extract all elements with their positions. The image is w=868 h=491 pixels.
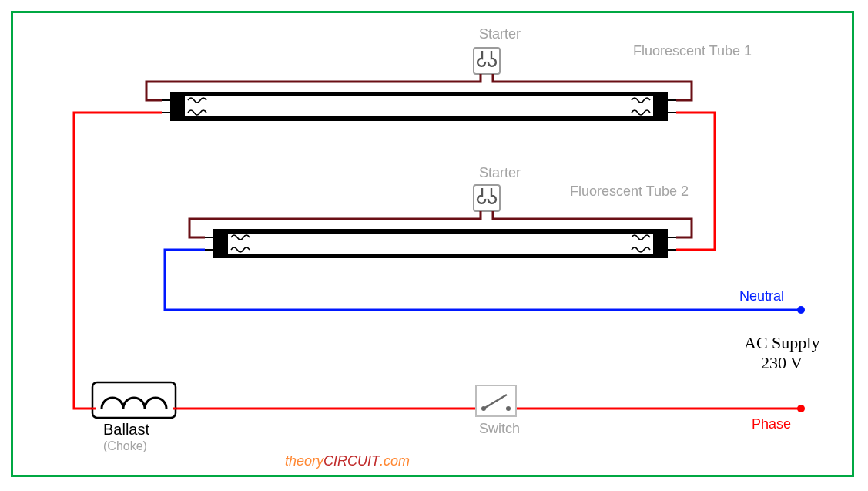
watermark: theoryCIRCUIT.com xyxy=(285,453,410,469)
svg-rect-8 xyxy=(216,231,665,256)
starter-2-icon xyxy=(474,185,500,211)
svg-rect-9 xyxy=(216,230,228,257)
starter-1-icon xyxy=(474,48,500,74)
svg-rect-0 xyxy=(173,94,665,119)
choke-label: (Choke) xyxy=(103,439,147,453)
neutral-wiring xyxy=(165,250,801,310)
neutral-label: Neutral xyxy=(739,288,784,304)
svg-rect-1 xyxy=(173,92,185,120)
watermark-b: CIRCUIT xyxy=(323,453,380,469)
ac-supply-label-2: 230 V xyxy=(761,353,803,373)
ac-supply-label-1: AC Supply xyxy=(744,333,819,353)
watermark-a: theory xyxy=(285,453,323,469)
fluorescent-tube-2 xyxy=(205,230,676,257)
ballast-label: Ballast xyxy=(103,421,149,439)
watermark-c: .com xyxy=(380,453,410,469)
tube-2-label: Fluorescent Tube 2 xyxy=(570,183,689,200)
switch-label: Switch xyxy=(479,421,520,437)
canvas: Starter Fluorescent Tube 1 Starter Fluor… xyxy=(0,0,868,491)
starter-2-label: Starter xyxy=(479,165,521,181)
circuit-svg xyxy=(0,0,868,491)
switch-icon xyxy=(476,385,516,416)
svg-rect-10 xyxy=(653,230,665,257)
ballast-icon xyxy=(92,382,176,418)
fluorescent-tube-1 xyxy=(162,92,676,120)
phase-label: Phase xyxy=(752,416,791,432)
starter-1-label: Starter xyxy=(479,26,521,42)
neutral-terminal-icon xyxy=(797,306,805,314)
tube-1-label: Fluorescent Tube 1 xyxy=(633,43,752,59)
phase-wiring xyxy=(74,113,801,409)
phase-terminal-icon xyxy=(797,405,805,412)
svg-rect-2 xyxy=(653,92,665,120)
svg-point-18 xyxy=(506,406,511,411)
